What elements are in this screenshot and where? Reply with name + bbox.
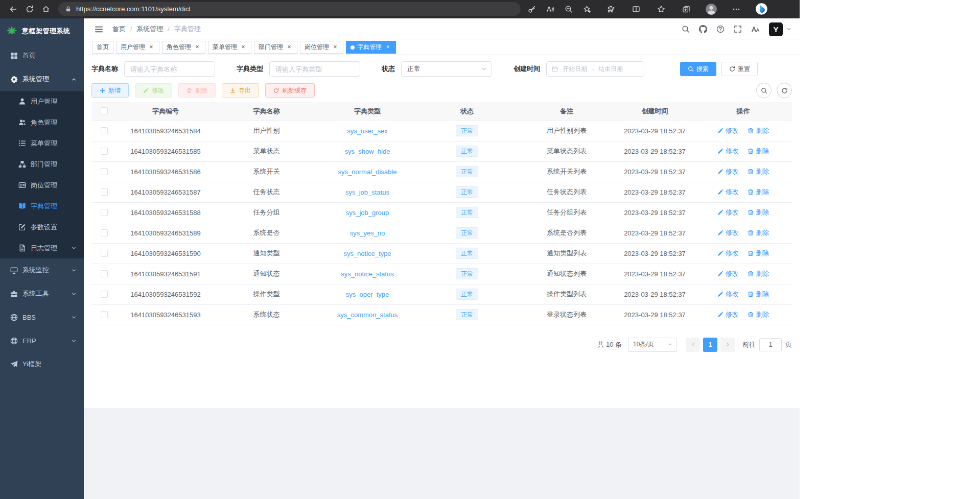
dict-type-link[interactable]: sys_show_hide: [345, 148, 390, 155]
search-button[interactable]: 搜索: [680, 62, 716, 76]
row-checkbox[interactable]: [101, 229, 108, 236]
sidebar-item-9[interactable]: 日志管理: [0, 237, 84, 258]
dict-type-link[interactable]: sys_notice_status: [341, 270, 393, 278]
sidebar-toggle-button[interactable]: [92, 22, 105, 36]
row-delete-button[interactable]: 删除: [748, 290, 769, 299]
sidebar-item-3[interactable]: 角色管理: [0, 112, 84, 133]
tab-close-icon[interactable]: ×: [194, 44, 201, 51]
row-checkbox[interactable]: [101, 250, 108, 257]
tab-close-icon[interactable]: ×: [286, 44, 293, 51]
sidebar-item-13[interactable]: ERP: [0, 329, 84, 352]
extensions-button[interactable]: [603, 2, 619, 17]
goto-page-input[interactable]: [759, 338, 782, 351]
reset-button[interactable]: 重置: [721, 62, 758, 76]
font-size-button[interactable]: [748, 21, 763, 37]
row-checkbox[interactable]: [101, 311, 108, 318]
dict-type-link[interactable]: sys_normal_disable: [338, 168, 397, 176]
next-page-button[interactable]: [720, 338, 735, 352]
delete-button[interactable]: 删除: [178, 83, 216, 98]
table-row[interactable]: 1641030593246531589 系统是否 sys_yes_no 正常 系…: [91, 223, 792, 243]
collections-button[interactable]: [679, 2, 694, 17]
tab-close-icon[interactable]: ×: [148, 44, 155, 51]
row-delete-button[interactable]: 删除: [748, 249, 769, 258]
row-edit-button[interactable]: 修改: [717, 249, 739, 258]
row-delete-button[interactable]: 删除: [748, 147, 769, 156]
sidebar-item-6[interactable]: 岗位管理: [0, 175, 84, 196]
tab-item-1[interactable]: 用户管理×: [116, 41, 159, 54]
browser-back-button[interactable]: [5, 2, 21, 17]
row-checkbox[interactable]: [101, 168, 108, 175]
row-checkbox[interactable]: [101, 291, 108, 298]
row-delete-button[interactable]: 删除: [748, 208, 769, 217]
sidebar-item-2[interactable]: 用户管理: [0, 91, 84, 112]
sidebar-item-1[interactable]: 系统管理: [0, 67, 84, 91]
tab-item-3[interactable]: 菜单管理×: [208, 41, 251, 54]
status-select[interactable]: 正常: [401, 61, 492, 77]
fullscreen-button[interactable]: [730, 21, 745, 37]
zoom-button[interactable]: [561, 2, 577, 17]
row-delete-button[interactable]: 删除: [748, 167, 769, 176]
tab-close-icon[interactable]: ×: [240, 44, 247, 51]
table-row[interactable]: 1641030593246531590 通知类型 sys_notice_type…: [91, 243, 792, 264]
page-number-button[interactable]: 1: [703, 338, 717, 352]
dict-type-link[interactable]: sys_notice_type: [343, 250, 391, 257]
dict-name-input[interactable]: [124, 61, 215, 77]
tab-close-icon[interactable]: ×: [384, 44, 391, 51]
tab-item-0[interactable]: 首页: [92, 41, 113, 54]
refresh-table-button[interactable]: [777, 83, 792, 98]
date-range-picker[interactable]: 开始日期 - 结束日期: [546, 61, 644, 77]
row-delete-button[interactable]: 删除: [748, 310, 769, 319]
password-key-button[interactable]: [524, 2, 540, 17]
row-checkbox[interactable]: [101, 270, 108, 277]
sidebar-item-14[interactable]: Yi框架: [0, 352, 84, 376]
breadcrumb-home[interactable]: 首页: [112, 25, 126, 34]
sidebar-item-0[interactable]: 首页: [0, 44, 84, 67]
favorites-button[interactable]: [654, 2, 669, 17]
prev-page-button[interactable]: [686, 338, 700, 352]
user-avatar-menu[interactable]: Y: [769, 22, 791, 36]
row-edit-button[interactable]: 修改: [717, 208, 739, 217]
row-edit-button[interactable]: 修改: [717, 290, 739, 299]
sidebar-item-5[interactable]: 部门管理: [0, 154, 84, 175]
dict-type-link[interactable]: sys_oper_type: [346, 291, 389, 298]
row-checkbox[interactable]: [101, 209, 108, 216]
page-size-select[interactable]: 10条/页: [628, 338, 677, 352]
table-row[interactable]: 1641030593246531591 通知状态 sys_notice_stat…: [91, 264, 792, 284]
tab-item-5[interactable]: 岗位管理×: [300, 41, 343, 54]
table-row[interactable]: 1641030593246531584 用户性别 sys_user_sex 正常…: [91, 121, 792, 141]
read-aloud-button[interactable]: [542, 2, 558, 17]
browser-home-button[interactable]: [38, 2, 54, 17]
row-edit-button[interactable]: 修改: [717, 310, 739, 319]
tab-item-4[interactable]: 部门管理×: [254, 41, 297, 54]
tab-item-6[interactable]: 字典管理×: [346, 41, 396, 54]
browser-menu-button[interactable]: [729, 2, 744, 17]
table-row[interactable]: 1641030593246531593 系统状态 sys_common_stat…: [91, 304, 792, 325]
row-edit-button[interactable]: 修改: [717, 167, 739, 176]
table-row[interactable]: 1641030593246531586 系统开关 sys_normal_disa…: [91, 161, 792, 182]
dict-type-input[interactable]: [269, 61, 360, 77]
table-row[interactable]: 1641030593246531592 操作类型 sys_oper_type 正…: [91, 284, 792, 304]
address-bar[interactable]: https://ccnetcore.com:1101/system/dict: [58, 2, 521, 16]
sidebar-item-8[interactable]: 参数设置: [0, 217, 84, 237]
table-row[interactable]: 1641030593246531587 任务状态 sys_job_status …: [91, 182, 792, 202]
browser-profile-button[interactable]: [704, 2, 719, 17]
edit-button[interactable]: 修改: [135, 83, 172, 98]
table-row[interactable]: 1641030593246531585 菜单状态 sys_show_hide 正…: [91, 141, 792, 161]
sidebar-item-11[interactable]: 系统工具: [0, 282, 84, 305]
sidebar-item-4[interactable]: 菜单管理: [0, 133, 84, 154]
split-screen-button[interactable]: [628, 2, 644, 17]
header-search-button[interactable]: [678, 21, 693, 37]
dict-type-link[interactable]: sys_job_status: [345, 188, 389, 196]
row-delete-button[interactable]: 删除: [748, 228, 769, 237]
help-button[interactable]: [713, 21, 728, 37]
dict-type-link[interactable]: sys_job_group: [346, 209, 389, 217]
github-link-button[interactable]: [695, 21, 711, 37]
row-edit-button[interactable]: 修改: [717, 126, 739, 135]
table-row[interactable]: 1641030593246531588 任务分组 sys_job_group 正…: [91, 202, 792, 223]
add-button[interactable]: 新增: [91, 83, 129, 98]
sidebar-item-10[interactable]: 系统监控: [0, 258, 84, 282]
row-edit-button[interactable]: 修改: [717, 228, 739, 237]
dict-type-link[interactable]: sys_user_sex: [347, 127, 387, 135]
row-edit-button[interactable]: 修改: [717, 147, 739, 156]
row-delete-button[interactable]: 删除: [748, 187, 769, 197]
